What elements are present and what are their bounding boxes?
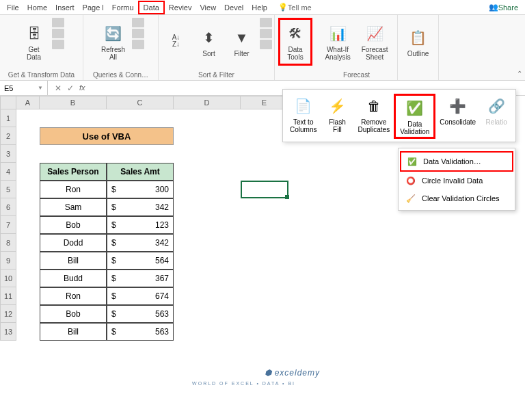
outline-icon: 📋 — [407, 27, 429, 49]
active-cell-selection[interactable] — [241, 181, 288, 198]
group-queries: Queries & Conn… — [93, 71, 148, 79]
whatif-label: What-If Analysis — [325, 46, 350, 61]
refresh-icon: 🔄 — [102, 23, 124, 44]
col-header[interactable]: E — [241, 96, 288, 109]
flash-fill-button[interactable]: ⚡Flash Fill — [321, 94, 353, 139]
row-header[interactable]: 3 — [0, 145, 16, 163]
table-cell-name[interactable]: Ron — [40, 181, 107, 198]
row-header[interactable]: 9 — [0, 252, 16, 270]
tab-review[interactable]: Reviev — [165, 2, 196, 13]
table-cell-amt[interactable]: $563 — [107, 305, 174, 323]
table-cell-name[interactable]: Bob — [40, 216, 107, 234]
table-cell-name[interactable]: Bill — [40, 323, 107, 341]
outline-label: Outline — [407, 50, 429, 57]
menu-clear-label: Clear Validation Circles — [422, 194, 500, 202]
cancel-icon[interactable]: ✕ — [55, 83, 62, 93]
tab-insert[interactable]: Insert — [51, 2, 79, 13]
remove-duplicates-button[interactable]: 🗑Remove Duplicates — [353, 94, 394, 139]
col-header[interactable]: C — [107, 96, 174, 109]
data-tools-icon: 🛠 — [284, 23, 306, 44]
row-header[interactable]: 5 — [0, 181, 16, 198]
group-sort-filter: Sort & Filter — [198, 71, 234, 79]
table-cell-amt[interactable]: $564 — [107, 252, 174, 270]
table-cell-name[interactable]: Dodd — [40, 234, 107, 252]
row-header[interactable]: 1 — [0, 109, 16, 127]
header-sales-person[interactable]: Sales Person — [40, 163, 107, 181]
tell-me-search[interactable]: 💡 Tell me — [278, 3, 312, 12]
col-header[interactable]: D — [174, 96, 241, 109]
table-cell-name[interactable]: Bill — [40, 252, 107, 270]
tab-view[interactable]: View — [196, 2, 220, 13]
row-header[interactable]: 6 — [0, 198, 16, 216]
row-header[interactable]: 12 — [0, 305, 16, 323]
title-cell[interactable]: Use of VBA — [40, 127, 174, 145]
sort-button[interactable]: ⬍Sort — [194, 18, 224, 66]
tab-formulas[interactable]: Formu — [108, 2, 138, 13]
conn-mini[interactable] — [132, 18, 144, 49]
select-all-corner[interactable] — [0, 96, 16, 109]
filter-button[interactable]: ▼Filter — [227, 18, 257, 66]
funnel-icon: ▼ — [231, 27, 253, 49]
forecast-label: Forecast Sheet — [362, 46, 388, 61]
tab-data[interactable]: Data — [138, 1, 165, 14]
table-cell-amt[interactable]: $300 — [107, 181, 174, 198]
table-cell-name[interactable]: Sam — [40, 198, 107, 216]
namebox-chevron-icon: ▼ — [38, 85, 43, 91]
consolidate-button[interactable]: ➕Consolidate — [435, 94, 480, 139]
row-header[interactable]: 10 — [0, 270, 16, 287]
col-header[interactable]: B — [40, 96, 107, 109]
forecast-button[interactable]: 📈Forecast Sheet — [358, 18, 392, 66]
tab-file[interactable]: File — [3, 2, 23, 13]
outline-button[interactable]: 📋Outline — [403, 18, 433, 66]
whatif-button[interactable]: 📊What-If Analysis — [321, 18, 354, 66]
row-header[interactable]: 4 — [0, 163, 16, 181]
table-cell-amt[interactable]: $563 — [107, 323, 174, 341]
tab-home[interactable]: Home — [23, 2, 51, 13]
database-icon: 🗄 — [23, 23, 45, 44]
table-cell-name[interactable]: Ron — [40, 287, 107, 305]
row-header[interactable]: 11 — [0, 287, 16, 305]
table-cell-amt[interactable]: $674 — [107, 287, 174, 305]
tab-developer[interactable]: Devel — [220, 2, 247, 13]
dv-icon: ✅ — [407, 156, 418, 167]
group-forecast: Forecast — [343, 71, 370, 79]
enter-icon[interactable]: ✓ — [67, 83, 74, 93]
text-to-columns-button[interactable]: 📄Text to Columns — [286, 94, 321, 139]
share-button[interactable]: 👥 Share — [489, 3, 518, 12]
fx-icon[interactable]: fx — [79, 83, 85, 93]
consol-label: Consolidate — [440, 118, 476, 126]
table-cell-amt[interactable]: $342 — [107, 198, 174, 216]
group-get-transform: Get & Transform Data — [8, 71, 75, 79]
header-sales-amt[interactable]: Sales Amt — [107, 163, 174, 181]
get-data-button[interactable]: 🗄Get Data — [19, 18, 49, 66]
row-header[interactable]: 13 — [0, 323, 16, 341]
col-header[interactable]: A — [16, 96, 40, 109]
menu-clear-circles[interactable]: 🧹Clear Validation Circles — [400, 189, 513, 207]
tab-help[interactable]: Help — [247, 2, 271, 13]
tab-pagelayout[interactable]: Page l — [79, 2, 108, 13]
filter-mini[interactable] — [260, 18, 272, 49]
row-header[interactable]: 8 — [0, 234, 16, 252]
row-header[interactable]: 7 — [0, 216, 16, 234]
table-cell-amt[interactable]: $123 — [107, 216, 174, 234]
name-box[interactable]: E5▼ — [0, 81, 48, 95]
menu-data-validation[interactable]: ✅Data Validation… — [400, 151, 513, 172]
data-tools-popup: 📄Text to Columns ⚡Flash Fill 🗑Remove Dup… — [282, 89, 516, 142]
data-tools-button[interactable]: 🛠Data Tools — [278, 18, 312, 66]
table-cell-name[interactable]: Bob — [40, 305, 107, 323]
menu-circle-invalid[interactable]: ⭕Circle Invalid Data — [400, 172, 513, 189]
collapse-ribbon-icon[interactable]: ⌃ — [517, 70, 522, 77]
sort-label: Sort — [202, 50, 215, 57]
row-header[interactable]: 2 — [0, 127, 16, 145]
sort-az-button[interactable]: A↓Z↓ — [161, 18, 191, 66]
table-cell-amt[interactable]: $367 — [107, 270, 174, 287]
worksheet-grid[interactable]: 1 2 3 4 5 6 7 8 9 10 11 12 13 A B C D E … — [0, 96, 525, 420]
data-validation-button[interactable]: ✅Data Validation — [394, 94, 435, 139]
query-mini-buttons[interactable] — [52, 18, 64, 49]
table-cell-amt[interactable]: $342 — [107, 234, 174, 252]
watermark-text: exceldemy — [275, 368, 320, 378]
table-cell-name[interactable]: Budd — [40, 270, 107, 287]
refresh-all-button[interactable]: 🔄Refresh All — [97, 18, 129, 66]
circle-icon: ⭕ — [405, 175, 416, 186]
sort-az-icon: A↓Z↓ — [165, 30, 187, 52]
